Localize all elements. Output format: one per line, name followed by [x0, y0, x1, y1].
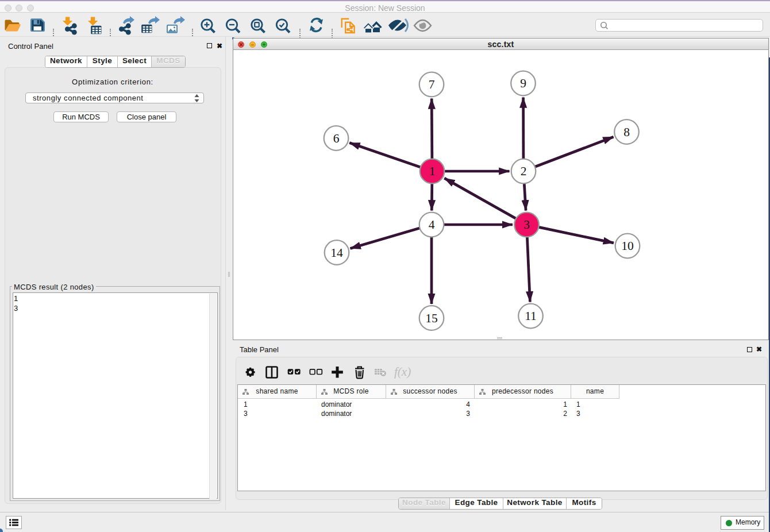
svg-text:14: 14 — [330, 246, 343, 260]
svg-text:f(x): f(x) — [394, 365, 411, 379]
svg-text:6: 6 — [333, 132, 340, 145]
svg-text:8: 8 — [623, 125, 630, 139]
svg-text:7: 7 — [429, 78, 435, 91]
svg-text:3: 3 — [523, 218, 530, 232]
svg-text:9: 9 — [520, 76, 526, 90]
svg-text:10: 10 — [621, 239, 634, 253]
svg-text:4: 4 — [429, 218, 435, 232]
svg-text:1: 1 — [429, 164, 436, 178]
svg-text:11: 11 — [525, 309, 537, 323]
svg-text:2: 2 — [521, 164, 527, 178]
svg-text:15: 15 — [425, 311, 438, 325]
